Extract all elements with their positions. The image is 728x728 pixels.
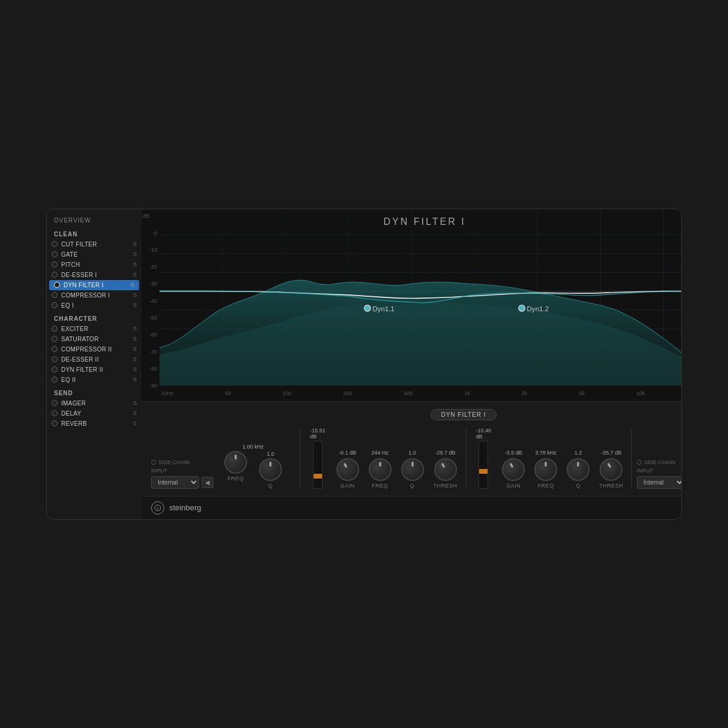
divider-1 [300, 428, 300, 488]
left-freq-knob[interactable] [224, 451, 247, 474]
svg-text:s: s [157, 506, 159, 510]
sidebar-item-saturator[interactable]: SATURATORS [47, 334, 142, 344]
sidebar-item-s-badge[interactable]: S [133, 410, 137, 416]
sidebar-item-dot [52, 336, 58, 342]
sidebar-item-eq-ii[interactable]: EQ IIS [47, 375, 142, 385]
sidebar-item-s-badge[interactable]: S [133, 241, 137, 247]
sidebar-item-dot [52, 251, 58, 257]
dyn2-thresh-knob[interactable] [600, 458, 622, 481]
dyn2-knobs-row: -3.5 dB GAIN 3.78 kHz FREQ [498, 450, 627, 489]
left-q-knob-label: Q [268, 483, 273, 489]
left-q-knob[interactable] [259, 458, 282, 481]
sidebar-item-name: EQ II [61, 377, 131, 383]
sidebar-item-dot [52, 400, 58, 406]
sidebar-item-s-badge[interactable]: S [133, 356, 137, 362]
sidebar-item-s-badge[interactable]: S [133, 366, 137, 372]
dyn2-freq-knob-group: 3.78 kHz FREQ [534, 450, 557, 489]
spectrum-svg: Dyn1.1 Dyn1.2 [160, 209, 682, 386]
dyn1-thresh-knob[interactable] [434, 458, 457, 481]
dyn1-gain-knob[interactable] [336, 458, 359, 481]
sidebar-item-eq-i[interactable]: EQ IS [47, 300, 142, 311]
dyn1-fader-track[interactable] [313, 441, 323, 489]
sidebar-item-exciter[interactable]: EXCITERS [47, 324, 142, 334]
sidebar-item-dyn-filter-ii[interactable]: DYN FILTER IIS [47, 365, 142, 375]
sidebar-item-de-esser-ii[interactable]: DE-ESSER IIS [47, 354, 142, 365]
db-label-10: -10 [142, 247, 160, 253]
freq-label-500: 500 [404, 390, 413, 396]
right-input-select[interactable]: Internal [637, 476, 682, 489]
sidebar-item-gate[interactable]: GATES [47, 249, 142, 260]
sidebar-item-dot [54, 282, 60, 288]
dyn1-fader-thumb [314, 474, 322, 479]
right-input-label: INPUT [637, 468, 682, 474]
db-label-40: -40 [142, 298, 160, 304]
sidebar-item-compressor-ii[interactable]: COMPRESSOR IIS [47, 344, 142, 354]
overview-button[interactable]: OVERVIEW [47, 215, 98, 226]
dyn1-q-knob-group: 1.0 Q [401, 450, 424, 489]
sidebar-item-s-badge[interactable]: S [133, 420, 137, 426]
left-input-btn[interactable]: ◀ [201, 477, 213, 488]
sidebar-item-name: COMPRESSOR II [61, 346, 131, 353]
sidebar-item-delay[interactable]: DELAYS [47, 408, 142, 419]
sidebar-item-s-badge[interactable]: S [133, 346, 137, 352]
svg-point-18 [519, 305, 525, 311]
sidebar-item-cut-filter[interactable]: CUT FILTERS [47, 239, 142, 249]
freq-label-10k: 10k [636, 390, 645, 396]
sidebar-item-dyn-filter-i[interactable]: DYN FILTER IS [49, 280, 139, 290]
freq-x-axis: 20Hz 50 100 200 500 1k 2k 5k 10k 20k [161, 390, 682, 396]
footer: s steinberg vocalchain [142, 496, 682, 519]
sidebar-item-imager[interactable]: IMAGERS [47, 398, 142, 408]
sidebar-item-reverb[interactable]: REVERBS [47, 419, 142, 429]
sidebar-item-s-badge[interactable]: S [133, 251, 137, 257]
sidebar-item-pitch[interactable]: PITCHS [47, 260, 142, 270]
db-label-60: -60 [142, 332, 160, 338]
dyn2-thresh-label: THRESH [599, 483, 623, 489]
sidebar-item-s-badge[interactable]: S [133, 400, 137, 406]
dyn2-freq-value: 3.78 kHz [535, 450, 556, 456]
sidebar-item-s-badge[interactable]: S [133, 336, 137, 342]
dyn1-thresh-value: -29.7 dB [435, 450, 456, 456]
db-label-80: -80 [142, 366, 160, 372]
sidebar-item-name: REVERB [61, 420, 131, 427]
sidebar-item-s-badge[interactable]: S [131, 282, 134, 288]
sidebar-item-s-badge[interactable]: S [133, 292, 137, 298]
dyn1-fader: -15.51 dB [310, 428, 326, 489]
dyn1-knobs-row: -6.1 dB GAIN 244 Hz FREQ [333, 450, 461, 489]
dyn2-gain-knob[interactable] [502, 458, 525, 481]
sidebar-item-name: EXCITER [61, 326, 131, 332]
sidebar-item-s-badge[interactable]: S [133, 302, 137, 308]
db-label-70: -70 [142, 349, 160, 355]
sidebar-item-s-badge[interactable]: S [133, 377, 137, 383]
sidebar-item-dot [52, 346, 58, 352]
sidebar-item-name: DE-ESSER I [61, 272, 131, 278]
left-input-label: INPUT [151, 468, 213, 474]
left-input-select[interactable]: Internal [151, 476, 199, 489]
freq-label-50: 50 [225, 390, 231, 396]
dyn2-q-knob[interactable] [567, 458, 589, 481]
dyn2-freq-knob[interactable] [534, 458, 557, 481]
divider-2 [466, 428, 467, 488]
freq-label-1k: 1k [464, 390, 470, 396]
dyn1-q-value: 1.0 [408, 450, 416, 456]
sidebar-item-s-badge[interactable]: S [133, 261, 137, 267]
dyn2-gain-label: GAIN [506, 483, 521, 489]
right-content: DYN FILTER I [142, 209, 682, 519]
left-q-knob-group: 1.0 Q [259, 451, 282, 489]
sidebar-item-s-badge[interactable]: S [133, 326, 137, 332]
sidebar-item-dot [52, 241, 58, 247]
sidebar-item-de-esser-i[interactable]: DE-ESSER IS [47, 270, 142, 280]
left-freq-q-section: 1.00 kHz FREQ 1.0 Q [221, 444, 285, 489]
freq-label-2k: 2k [522, 390, 528, 396]
sidebar-item-compressor-i[interactable]: COMPRESSOR IS [47, 290, 142, 300]
dyn1-freq-knob[interactable] [369, 458, 392, 481]
dyn1-freq-label: FREQ [372, 483, 388, 489]
freq-label-20hz: 20Hz [161, 390, 173, 396]
sidebar-item-dot [52, 420, 58, 426]
bottom-panel-title: DYN FILTER I [431, 409, 496, 420]
left-freq-value-display: 1.00 kHz [221, 444, 285, 450]
dyn1-q-knob[interactable] [401, 458, 424, 481]
sidebar-item-s-badge[interactable]: S [133, 272, 137, 278]
dyn2-fader-track[interactable] [479, 441, 488, 489]
sidebar-item-dot [52, 410, 58, 416]
dyn2-section: -10.40 dB -3.5 dB GAIN [471, 428, 627, 489]
